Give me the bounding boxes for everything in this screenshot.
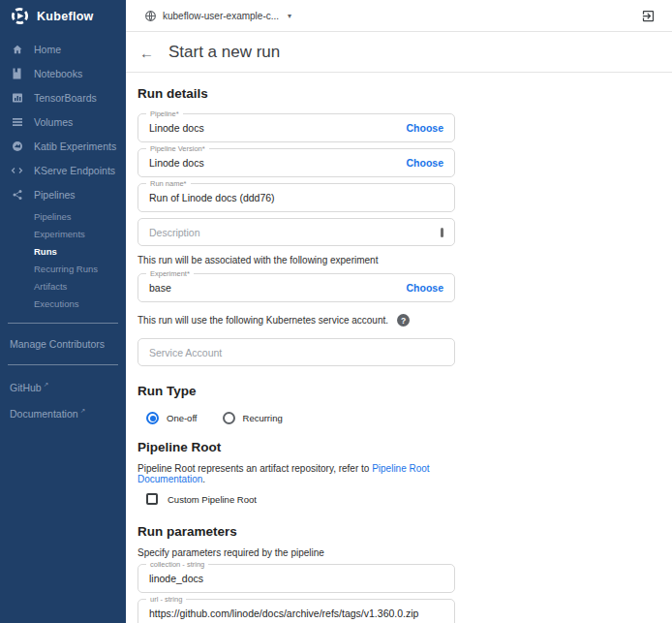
chevron-down-icon: ▾	[288, 12, 291, 20]
sidebar-divider	[8, 364, 118, 365]
description-input[interactable]	[149, 227, 433, 238]
kubeflow-logo-icon	[10, 7, 29, 26]
external-link-icon: ↗	[80, 407, 85, 414]
run-type-option-recurring[interactable]: Recurring	[223, 412, 283, 424]
page-content: Run details Pipeline* Choose Pipeline Ve…	[126, 73, 459, 623]
logout-button[interactable]	[639, 7, 657, 24]
param-url-field: url - string	[137, 599, 455, 623]
sidebar-item-label: Katib Experiments	[34, 140, 116, 152]
experiment-field-label: Experiment*	[146, 269, 194, 278]
volumes-icon	[11, 115, 23, 128]
experiment-note: This run will be associated with the fol…	[137, 255, 455, 265]
pipeline-version-choose-button[interactable]: Choose	[406, 157, 443, 169]
custom-pipeline-root-option[interactable]: Custom Pipeline Root	[146, 493, 459, 505]
katib-icon	[11, 140, 23, 152]
subnav-item-artifacts[interactable]: Artifacts	[0, 277, 126, 295]
pipeline-version-field-label: Pipeline Version*	[146, 144, 209, 153]
sidebar-item-katib-experiments[interactable]: Katib Experiments	[0, 134, 126, 158]
pipeline-root-text: Pipeline Root represents an artifact rep…	[137, 463, 372, 474]
service-account-field	[137, 338, 455, 366]
pipelines-subnav: Pipelines Experiments Runs Recurring Run…	[0, 206, 126, 314]
kserve-icon	[11, 164, 23, 176]
radio-selected-icon	[146, 412, 159, 424]
help-icon[interactable]: ?	[397, 314, 410, 327]
sidebar: Kubeflow Home Notebooks TensorBoards	[0, 0, 126, 623]
topbar: kubeflow-user-example-c... ▾	[126, 0, 672, 32]
sidebar-item-home[interactable]: Home	[0, 37, 126, 61]
logout-icon	[641, 9, 656, 23]
github-label: GitHub	[10, 382, 42, 393]
sidebar-item-kserve-endpoints[interactable]: KServe Endpoints	[0, 158, 126, 182]
sidebar-divider	[8, 323, 118, 324]
run-parameters-subtitle: Specify parameters required by the pipel…	[137, 547, 459, 558]
subnav-item-recurring-runs[interactable]: Recurring Runs	[0, 260, 126, 277]
pipeline-choose-button[interactable]: Choose	[406, 122, 443, 134]
run-name-field: Run name*	[137, 183, 455, 212]
kubeflow-logo-label: Kubeflow	[37, 10, 94, 23]
sidebar-item-label: TensorBoards	[34, 92, 97, 104]
app-window: Kubeflow Home Notebooks TensorBoards	[0, 0, 672, 623]
sidebar-item-label: Notebooks	[34, 68, 82, 79]
page-header: ← Start a new run	[126, 32, 672, 73]
run-details-heading: Run details	[137, 86, 459, 101]
pipeline-root-text-end: .	[202, 474, 205, 484]
sidebar-item-volumes[interactable]: Volumes	[0, 109, 126, 134]
experiment-field: Experiment* Choose	[137, 273, 455, 302]
radio-label: One-off	[167, 413, 198, 423]
sidebar-item-label: Pipelines	[34, 189, 76, 201]
run-type-heading: Run Type	[137, 384, 459, 398]
sidebar-item-label: Home	[34, 44, 61, 55]
sidebar-item-pipelines[interactable]: Pipelines	[0, 182, 126, 206]
custom-pipeline-root-label: Custom Pipeline Root	[168, 494, 257, 505]
pipeline-version-input[interactable]	[149, 157, 398, 169]
pipelines-icon	[11, 188, 23, 201]
experiment-choose-button[interactable]: Choose	[406, 282, 443, 294]
run-name-field-label: Run name*	[146, 179, 191, 188]
subnav-item-experiments[interactable]: Experiments	[0, 225, 126, 242]
kubeflow-logo[interactable]: Kubeflow	[0, 0, 126, 32]
pipeline-root-heading: Pipeline Root	[137, 440, 459, 454]
sidebar-item-label: Volumes	[34, 116, 73, 128]
home-icon	[11, 43, 23, 55]
service-account-note: This run will use the following Kubernet…	[137, 315, 388, 326]
namespace-label: kubeflow-user-example-c...	[163, 11, 279, 21]
subnav-item-executions[interactable]: Executions	[0, 295, 126, 312]
radio-label: Recurring	[243, 413, 283, 423]
sidebar-link-documentation[interactable]: Documentation↗	[0, 400, 126, 426]
sidebar-item-label: KServe Endpoints	[34, 165, 115, 176]
pipeline-version-field: Pipeline Version* Choose	[137, 148, 455, 177]
sidebar-item-manage-contributors[interactable]: Manage Contributors	[0, 332, 126, 356]
sidebar-link-github[interactable]: GitHub↗	[0, 374, 126, 400]
param-collection-input[interactable]	[149, 573, 443, 584]
documentation-label: Documentation	[10, 407, 78, 419]
sidebar-item-tensorboards[interactable]: TensorBoards	[0, 85, 126, 109]
experiment-input[interactable]	[149, 282, 398, 294]
sidebar-nav: Home Notebooks TensorBoards Volumes	[0, 32, 126, 425]
external-link-icon: ↗	[44, 381, 48, 388]
run-type-option-one-off[interactable]: One-off	[146, 412, 198, 424]
pipeline-field: Pipeline* Choose	[137, 113, 455, 142]
run-name-input[interactable]	[149, 192, 443, 203]
namespace-icon	[144, 10, 157, 22]
notebooks-icon	[11, 67, 23, 79]
run-parameters-heading: Run parameters	[137, 524, 459, 539]
tensorboards-icon	[11, 91, 23, 104]
main-area: kubeflow-user-example-c... ▾ ← Start a n…	[126, 0, 672, 623]
checkbox-unchecked-icon[interactable]	[146, 493, 158, 505]
page-title: Start a new run	[168, 43, 280, 62]
pipeline-input[interactable]	[149, 122, 398, 134]
namespace-selector[interactable]: kubeflow-user-example-c... ▾	[144, 10, 291, 22]
pipeline-root-description: Pipeline Root represents an artifact rep…	[137, 463, 459, 484]
service-account-input[interactable]	[149, 347, 443, 358]
pipeline-field-label: Pipeline*	[146, 109, 183, 118]
subnav-item-pipelines[interactable]: Pipelines	[0, 207, 126, 225]
sidebar-item-notebooks[interactable]: Notebooks	[0, 61, 126, 85]
subnav-item-runs[interactable]: Runs	[0, 242, 126, 260]
description-field	[137, 218, 455, 246]
back-arrow-icon[interactable]: ←	[139, 46, 154, 60]
resize-grip-icon[interactable]	[441, 228, 443, 237]
param-url-label: url - string	[146, 595, 186, 604]
param-collection-label: collection - string	[146, 560, 208, 569]
radio-unselected-icon	[223, 412, 235, 424]
param-url-input[interactable]	[149, 607, 443, 619]
